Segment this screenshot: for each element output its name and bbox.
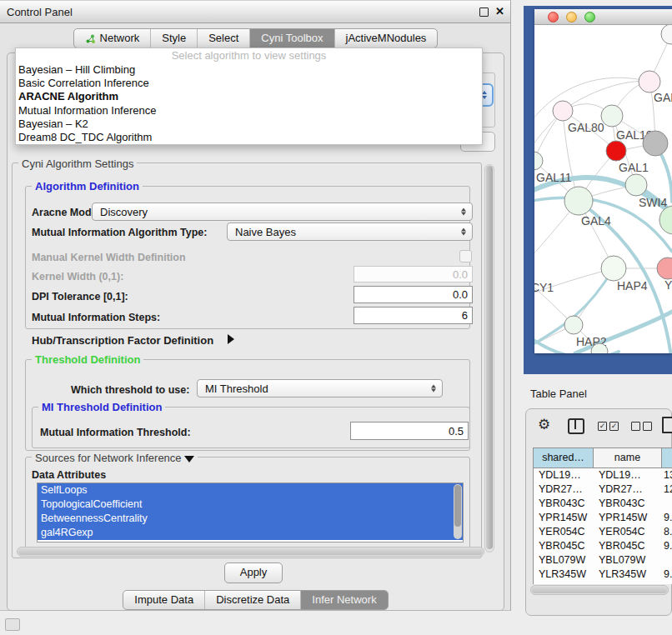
table-row[interactable]: YER054CYER054C8. (534, 525, 672, 539)
scrollbar-thumb[interactable] (532, 587, 667, 593)
float-window-icon[interactable] (479, 8, 489, 17)
control-panel-tabbar: Network Style Select Cyni Toolbox jActiv… (0, 28, 511, 48)
collapse-down-icon[interactable] (184, 456, 194, 462)
mi-threshold-field[interactable] (350, 422, 469, 440)
table-horizontal-scrollbar[interactable] (530, 585, 669, 595)
apply-button[interactable]: Apply (224, 562, 283, 583)
network-node[interactable] (534, 152, 543, 170)
table-row[interactable]: YBR043CYBR043C (534, 497, 672, 511)
network-node[interactable] (625, 174, 647, 196)
kernel-width-field[interactable] (354, 266, 473, 282)
network-window-titlebar[interactable] (534, 9, 672, 25)
table-row[interactable]: YPR145WYPR145W9. (534, 511, 672, 525)
tab-network[interactable]: Network (74, 29, 151, 48)
table-body: YDL19…YDL19…13YDR27…YDR27…12YBR043CYBR04… (534, 468, 672, 584)
deselect-all-checkbox-icon[interactable] (631, 422, 640, 431)
manual-kernel-checkbox[interactable] (459, 250, 472, 262)
table-row[interactable]: YDL19…YDL19…13 (534, 468, 672, 482)
settings-group-title: Cyni Algorithm Settings (18, 158, 137, 170)
table-column-header[interactable]: shared… (534, 448, 594, 468)
table-row[interactable]: YLR345WYLR345W9. (534, 568, 672, 582)
network-node[interactable] (564, 316, 583, 334)
network-node[interactable] (553, 101, 573, 121)
dpi-tolerance-field[interactable] (354, 286, 473, 303)
table-row[interactable]: YBR045CYBR045C9. (534, 539, 672, 553)
select-all-checkbox-icon[interactable]: ✓ (598, 422, 607, 431)
aracne-mode-combo[interactable]: Discovery (92, 202, 473, 221)
export-table-icon[interactable] (662, 417, 672, 433)
tab-label: Select (208, 29, 238, 48)
scrollbar-thumb[interactable] (454, 485, 461, 527)
network-node[interactable] (659, 206, 672, 234)
tab-infer-network[interactable]: Infer Network (300, 591, 387, 609)
tab-style[interactable]: Style (150, 29, 197, 48)
aracne-mode-label: Aracne Mode: (32, 207, 101, 218)
tab-impute-data[interactable]: Impute Data (123, 591, 204, 609)
algorithm-option[interactable]: Dream8 DC_TDC Algorithm (16, 131, 482, 144)
attribute-item[interactable]: gal4RGexp (38, 526, 463, 540)
attribute-list-scrollbar[interactable] (454, 484, 462, 539)
algorithm-option[interactable]: Bayesian – K2 (16, 118, 482, 131)
tab-cyni-toolbox[interactable]: Cyni Toolbox (249, 29, 333, 48)
algorithm-definition-title: Algorithm Definition (32, 180, 143, 192)
tab-discretize-data[interactable]: Discretize Data (204, 591, 300, 609)
network-node[interactable] (606, 141, 626, 161)
close-icon[interactable]: ✕ (495, 5, 504, 18)
deselect-all-checkbox-icon[interactable] (643, 422, 652, 431)
columns-icon[interactable] (568, 418, 584, 434)
algorithm-option[interactable]: Basic Correlation Inference (16, 77, 482, 90)
network-node[interactable] (601, 256, 626, 281)
network-canvas[interactable]: GALGAL80GAL10GAL1GAL11SWI4GAL4GCY1HAP4YH… (534, 25, 672, 353)
table-row[interactable]: YBL079WYBL079W (534, 553, 672, 568)
scrollbar-thumb[interactable] (486, 166, 493, 549)
sources-group-title[interactable]: Sources for Network Inference (32, 452, 198, 464)
tab-jactivemnodules[interactable]: jActiveMNodules (334, 29, 438, 48)
control-panel-titlebar[interactable]: Control Panel ✕ (0, 1, 510, 23)
hub-section-label[interactable]: Hub/Transcription Factor Definition (32, 334, 213, 347)
algorithm-option[interactable]: ARACNE Algorithm (16, 90, 482, 103)
table-column-header[interactable]: name (594, 448, 662, 468)
network-node[interactable] (639, 71, 660, 92)
network-node-label: GAL (654, 91, 672, 104)
mac-close-button[interactable] (548, 12, 559, 22)
mi-steps-field[interactable] (354, 307, 473, 324)
attribute-item[interactable]: TopologicalCoefficient (38, 498, 463, 512)
tab-label: jActiveMNodules (346, 29, 427, 48)
algorithm-option[interactable]: Mutual Information Inference (16, 104, 482, 118)
network-node[interactable] (564, 187, 593, 215)
attribute-item[interactable]: BetweennessCentrality (38, 512, 463, 526)
attribute-item[interactable]: SelfLoops (38, 483, 463, 498)
mac-minimize-button[interactable] (566, 12, 577, 22)
tab-select[interactable]: Select (197, 29, 249, 48)
network-node-label: GAL4 (581, 214, 611, 228)
network-node[interactable] (657, 258, 672, 279)
table-cell: YDR27… (534, 482, 594, 497)
data-attributes-list[interactable]: SelfLoopsTopologicalCoefficientBetweenne… (37, 482, 464, 542)
algorithm-dropdown: Select algorithm to view settings Bayesi… (15, 48, 483, 145)
mi-type-combo[interactable]: Naive Bayes (227, 222, 473, 241)
table-cell: YBR045C (594, 539, 662, 553)
algorithm-option[interactable]: Bayesian – Hill Climbing (16, 63, 482, 77)
mac-zoom-button[interactable] (584, 12, 595, 22)
table-row[interactable]: YDR27…YDR27…12 (534, 482, 672, 497)
mi-type-value: Naive Bayes (235, 226, 296, 238)
network-view-panel: GALGAL80GAL10GAL1GAL11SWI4GAL4GCY1HAP4YH… (524, 6, 672, 374)
network-node[interactable] (601, 105, 623, 127)
settings-scrollbar[interactable] (484, 164, 494, 552)
algorithm-option-list: Bayesian – Hill ClimbingBasic Correlatio… (16, 63, 482, 144)
scrollbar-thumb[interactable] (18, 548, 483, 555)
which-threshold-combo[interactable]: MI Threshold (197, 379, 443, 398)
network-node-label: GAL11 (536, 171, 572, 184)
gear-icon[interactable]: ⚙ (538, 417, 550, 433)
settings-horizontal-scrollbar[interactable] (17, 547, 484, 557)
table-cell: YDR27… (594, 482, 662, 497)
select-all-checkbox-icon[interactable]: ✓ (609, 422, 619, 431)
table-row[interactable]: YIL052CYIL052C9. (534, 582, 672, 584)
table-column-header[interactable] (662, 448, 672, 468)
kernel-width-label: Kernel Width (0,1): (32, 271, 123, 282)
network-node[interactable] (643, 131, 668, 156)
collapsed-panel-widget[interactable] (5, 618, 20, 631)
app-screen: Control Panel ✕ Network Style Select C (0, 0, 672, 635)
network-graph: GALGAL80GAL10GAL1GAL11SWI4GAL4GCY1HAP4YH… (534, 25, 672, 353)
network-node[interactable] (661, 25, 672, 44)
